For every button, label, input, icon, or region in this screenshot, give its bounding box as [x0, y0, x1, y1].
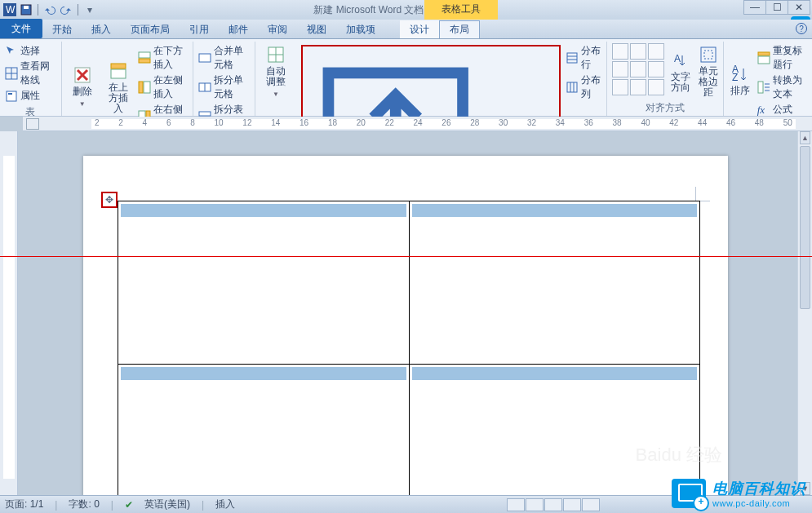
sort-button[interactable]: AZ 排序: [729, 43, 752, 117]
word-app-icon[interactable]: W: [3, 3, 16, 16]
svg-rect-14: [139, 52, 150, 58]
align-top-right[interactable]: [648, 43, 664, 60]
tab-view[interactable]: 视图: [297, 20, 336, 38]
svg-text:Z: Z: [732, 72, 738, 83]
table-row[interactable]: [118, 201, 700, 365]
svg-rect-23: [199, 112, 211, 116]
distribute-rows-button[interactable]: 分布行: [566, 43, 601, 73]
help-area: ㅤ ?: [788, 23, 807, 37]
help-icon[interactable]: ?: [796, 23, 807, 34]
table-cell[interactable]: [118, 201, 410, 365]
tab-review[interactable]: 审阅: [258, 20, 297, 38]
svg-text:W: W: [6, 4, 16, 15]
autofit-button[interactable]: 自动调整▼: [260, 43, 291, 101]
view-gridlines-button[interactable]: 查看网格线: [5, 59, 56, 88]
annotation-line: [0, 256, 812, 257]
text-direction-button[interactable]: A 文字方向: [669, 43, 692, 100]
group-rows-cols: 删除▼ 在上方插入 在下方插入 在左侧插入 在右侧插入 行和列: [62, 42, 193, 116]
maximize-button[interactable]: ☐: [765, 0, 788, 15]
qat-separator-2: [78, 4, 78, 15]
view-full-screen[interactable]: [526, 498, 544, 511]
watermark-text: 电脑百科知识 www.pc-daily.com: [712, 479, 805, 508]
table-cell[interactable]: [118, 365, 410, 496]
select-button[interactable]: 选择: [5, 43, 56, 59]
svg-rect-38: [704, 51, 712, 59]
table-move-handle[interactable]: ✥: [101, 192, 118, 208]
tab-page-layout[interactable]: 页面布局: [121, 20, 180, 38]
align-bottom-center[interactable]: [630, 79, 646, 95]
status-word-count[interactable]: 字数: 0: [69, 498, 99, 511]
quick-access-toolbar: W ▾: [0, 3, 96, 16]
table-row[interactable]: [118, 365, 700, 496]
tab-references[interactable]: 引用: [180, 20, 219, 38]
view-draft[interactable]: [582, 498, 600, 511]
margin-indicator: [695, 187, 710, 201]
formula-button[interactable]: fx公式: [757, 102, 807, 117]
ruler-corner[interactable]: [26, 118, 39, 130]
save-icon[interactable]: [20, 3, 33, 16]
view-buttons: [507, 498, 600, 511]
svg-rect-3: [24, 6, 29, 9]
document-table[interactable]: [118, 201, 700, 495]
align-middle-left[interactable]: [612, 61, 628, 77]
vertical-scrollbar[interactable]: ▲ ▼: [797, 131, 812, 495]
status-language[interactable]: 英语(美国): [144, 498, 190, 511]
svg-rect-43: [758, 82, 763, 93]
group-data: AZ 排序 重复标题行 转换为文本 fx公式 数据: [724, 42, 812, 116]
undo-icon[interactable]: [43, 3, 56, 16]
ribbon-tabs: 文件 开始 插入 页面布局 引用 邮件 审阅 视图 加载项 设计 布局 ㅤ ?: [0, 20, 812, 39]
merge-cells-button[interactable]: 合并单元格: [198, 43, 250, 73]
table-cell[interactable]: [409, 201, 700, 365]
svg-rect-8: [8, 93, 12, 95]
view-outline[interactable]: [563, 498, 581, 511]
site-watermark: 电脑百科知识 www.pc-daily.com: [672, 479, 805, 508]
scroll-up-button[interactable]: ▲: [800, 131, 810, 144]
status-mode[interactable]: 插入: [215, 498, 235, 511]
vertical-ruler[interactable]: [0, 131, 18, 495]
tab-home[interactable]: 开始: [42, 20, 82, 38]
table-cell[interactable]: [409, 365, 700, 496]
align-middle-right[interactable]: [648, 61, 664, 77]
document-area: ✥ ▲ ▼: [0, 131, 812, 495]
split-cells-button[interactable]: 拆分单元格: [198, 73, 250, 102]
tab-insert[interactable]: 插入: [82, 20, 121, 38]
convert-to-text-button[interactable]: 转换为文本: [757, 73, 807, 102]
view-web-layout[interactable]: [544, 498, 562, 511]
svg-rect-17: [139, 82, 143, 93]
status-page[interactable]: 页面: 1/1: [5, 498, 43, 511]
svg-rect-33: [567, 82, 577, 92]
scroll-thumb[interactable]: [800, 146, 810, 309]
align-bottom-left[interactable]: [612, 79, 628, 95]
selection-highlight: [412, 367, 698, 380]
align-top-center[interactable]: [630, 43, 646, 60]
svg-rect-20: [199, 54, 211, 62]
tab-mailings[interactable]: 邮件: [219, 20, 258, 38]
horizontal-ruler[interactable]: 2246810121416182022242628303234363840424…: [23, 117, 812, 131]
tab-table-layout[interactable]: 布局: [439, 20, 480, 38]
minimize-button[interactable]: —: [743, 0, 766, 15]
proofing-icon[interactable]: ✔: [125, 499, 133, 511]
align-bottom-right[interactable]: [648, 79, 664, 95]
title-bar: W ▾ 新建 Microsoft Word 文档 - Microsoft Wor…: [0, 0, 812, 20]
svg-rect-42: [758, 56, 770, 64]
ribbon: 选择 查看网格线 属性 表 删除▼ 在上方插入 在下方插入 在左侧插入 在右侧插…: [0, 39, 812, 117]
align-top-left[interactable]: [612, 43, 628, 60]
qat-customize-icon[interactable]: ▾: [83, 3, 96, 16]
watermark-icon: [672, 479, 706, 508]
redo-icon[interactable]: [60, 3, 73, 16]
insert-below-button[interactable]: 在下方插入: [138, 43, 188, 73]
close-button[interactable]: ✕: [788, 0, 810, 15]
file-tab[interactable]: 文件: [0, 19, 42, 38]
tab-addins[interactable]: 加载项: [336, 20, 385, 38]
cell-margins-button[interactable]: 单元格边距: [697, 43, 720, 100]
tab-table-design[interactable]: 设计: [400, 20, 439, 38]
group-cell-size: ▲▼ ▲▼ 分布行 分布列 单元格大小: [296, 42, 607, 116]
repeat-header-button[interactable]: 重复标题行: [757, 43, 807, 73]
insert-left-button[interactable]: 在左侧插入: [138, 73, 188, 102]
distribute-cols-button[interactable]: 分布列: [566, 73, 601, 102]
document-scroll[interactable]: ✥: [18, 131, 812, 495]
align-middle-center[interactable]: [630, 61, 646, 77]
properties-button[interactable]: 属性: [5, 88, 56, 104]
page[interactable]: ✥: [83, 156, 728, 495]
view-print-layout[interactable]: [507, 498, 525, 511]
